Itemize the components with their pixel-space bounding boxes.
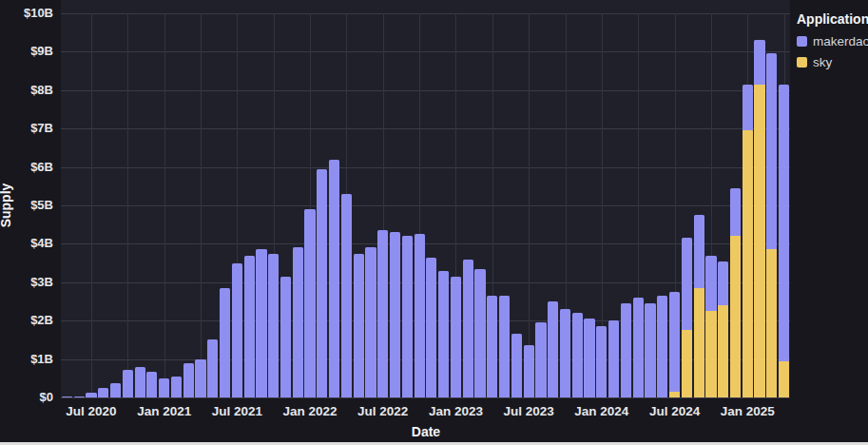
bar-segment-makerdao[interactable] bbox=[293, 247, 303, 397]
bar-nov-2020[interactable] bbox=[135, 367, 145, 397]
bar-segment-makerdao[interactable] bbox=[171, 377, 182, 397]
bar-may-2024[interactable] bbox=[645, 303, 655, 397]
bar-nov-2024[interactable] bbox=[718, 261, 728, 397]
bar-segment-makerdao[interactable] bbox=[451, 277, 461, 397]
bar-segment-makerdao[interactable] bbox=[232, 263, 242, 397]
bar-aug-2024[interactable] bbox=[682, 238, 692, 397]
bar-feb-2024[interactable] bbox=[608, 320, 619, 397]
bar-segment-sky[interactable] bbox=[694, 288, 704, 397]
bar-jan-2023[interactable] bbox=[451, 277, 461, 397]
bar-aug-2023[interactable] bbox=[535, 322, 546, 397]
bar-segment-makerdao[interactable] bbox=[743, 85, 753, 130]
bar-segment-makerdao[interactable] bbox=[694, 215, 704, 288]
bar-segment-makerdao[interactable] bbox=[608, 320, 619, 397]
bar-sep-2021[interactable] bbox=[256, 249, 266, 397]
bar-segment-sky[interactable] bbox=[766, 249, 777, 397]
bar-segment-makerdao[interactable] bbox=[657, 296, 667, 397]
bar-segment-makerdao[interactable] bbox=[474, 269, 485, 397]
bar-may-2022[interactable] bbox=[354, 254, 364, 398]
bar-jul-2022[interactable] bbox=[377, 230, 388, 397]
bar-segment-makerdao[interactable] bbox=[256, 249, 266, 397]
bar-may-2021[interactable] bbox=[207, 339, 218, 397]
bar-jul-2020[interactable] bbox=[86, 393, 96, 397]
bar-jan-2024[interactable] bbox=[596, 326, 607, 397]
bar-apr-2021[interactable] bbox=[195, 359, 205, 397]
bar-apr-2024[interactable] bbox=[633, 298, 644, 397]
bar-feb-2023[interactable] bbox=[463, 260, 473, 397]
bar-segment-makerdao[interactable] bbox=[329, 160, 339, 397]
bar-feb-2022[interactable] bbox=[317, 169, 327, 397]
bar-oct-2023[interactable] bbox=[560, 309, 570, 397]
bar-apr-2023[interactable] bbox=[487, 296, 497, 397]
bar-segment-makerdao[interactable] bbox=[244, 256, 255, 397]
bar-nov-2021[interactable] bbox=[280, 277, 291, 397]
bar-mar-2021[interactable] bbox=[183, 363, 194, 397]
bar-may-2020[interactable] bbox=[62, 397, 72, 397]
bar-segment-makerdao[interactable] bbox=[584, 319, 594, 397]
bar-segment-makerdao[interactable] bbox=[110, 383, 121, 397]
bar-sep-2024[interactable] bbox=[694, 215, 704, 397]
bar-segment-makerdao[interactable] bbox=[280, 277, 291, 397]
bar-mar-2024[interactable] bbox=[621, 303, 631, 397]
bar-segment-makerdao[interactable] bbox=[511, 334, 522, 397]
bar-sep-2020[interactable] bbox=[110, 383, 121, 397]
bar-segment-makerdao[interactable] bbox=[524, 345, 534, 397]
bar-aug-2021[interactable] bbox=[244, 256, 255, 397]
bar-segment-makerdao[interactable] bbox=[317, 169, 327, 397]
bar-segment-makerdao[interactable] bbox=[220, 288, 230, 397]
legend-item-sky[interactable]: sky bbox=[797, 55, 868, 69]
bar-segment-makerdao[interactable] bbox=[754, 40, 764, 84]
bar-segment-makerdao[interactable] bbox=[86, 393, 96, 397]
bar-segment-makerdao[interactable] bbox=[74, 397, 85, 397]
bar-mar-2025[interactable] bbox=[766, 53, 777, 397]
bar-oct-2020[interactable] bbox=[123, 370, 133, 397]
bar-jun-2020[interactable] bbox=[74, 397, 85, 397]
bar-segment-sky[interactable] bbox=[779, 361, 789, 397]
bar-jul-2024[interactable] bbox=[669, 292, 680, 397]
bar-segment-makerdao[interactable] bbox=[766, 53, 777, 249]
bar-feb-2021[interactable] bbox=[171, 377, 182, 397]
bar-segment-sky[interactable] bbox=[730, 236, 741, 397]
bar-sep-2022[interactable] bbox=[402, 236, 413, 397]
bar-segment-makerdao[interactable] bbox=[402, 236, 413, 397]
bar-segment-makerdao[interactable] bbox=[354, 254, 364, 398]
bar-oct-2024[interactable] bbox=[705, 256, 716, 397]
bar-jun-2023[interactable] bbox=[511, 334, 522, 397]
bar-feb-2025[interactable] bbox=[754, 40, 764, 397]
bar-segment-makerdao[interactable] bbox=[123, 370, 133, 397]
bar-segment-makerdao[interactable] bbox=[268, 254, 279, 398]
bar-jul-2023[interactable] bbox=[524, 345, 534, 397]
bar-segment-makerdao[interactable] bbox=[463, 260, 473, 397]
bar-segment-makerdao[interactable] bbox=[535, 322, 546, 397]
legend-item-makerdao[interactable]: makerdao bbox=[797, 34, 868, 48]
bar-segment-makerdao[interactable] bbox=[135, 367, 145, 397]
bar-dec-2023[interactable] bbox=[584, 319, 594, 397]
bar-oct-2021[interactable] bbox=[268, 254, 279, 398]
bar-segment-makerdao[interactable] bbox=[426, 258, 436, 397]
bar-mar-2023[interactable] bbox=[474, 269, 485, 397]
bar-segment-makerdao[interactable] bbox=[390, 232, 400, 397]
bar-segment-makerdao[interactable] bbox=[779, 85, 789, 361]
bar-segment-makerdao[interactable] bbox=[718, 261, 728, 305]
bar-segment-makerdao[interactable] bbox=[195, 359, 205, 397]
bar-segment-makerdao[interactable] bbox=[183, 363, 194, 397]
bar-segment-makerdao[interactable] bbox=[146, 372, 157, 397]
bar-segment-makerdao[interactable] bbox=[377, 230, 388, 397]
bar-segment-makerdao[interactable] bbox=[499, 296, 510, 397]
bar-segment-makerdao[interactable] bbox=[560, 309, 570, 397]
bar-segment-makerdao[interactable] bbox=[62, 397, 72, 397]
bar-sep-2023[interactable] bbox=[548, 301, 558, 397]
bar-segment-makerdao[interactable] bbox=[705, 256, 716, 312]
bar-segment-sky[interactable] bbox=[754, 85, 764, 397]
bar-segment-makerdao[interactable] bbox=[682, 238, 692, 330]
bar-segment-makerdao[interactable] bbox=[572, 313, 583, 397]
bar-aug-2022[interactable] bbox=[390, 232, 400, 397]
bar-segment-makerdao[interactable] bbox=[487, 296, 497, 397]
bar-nov-2022[interactable] bbox=[426, 258, 436, 397]
bar-segment-makerdao[interactable] bbox=[415, 234, 425, 397]
bar-segment-sky[interactable] bbox=[705, 311, 716, 397]
bar-segment-makerdao[interactable] bbox=[341, 194, 352, 397]
bar-segment-makerdao[interactable] bbox=[633, 298, 644, 397]
bar-segment-sky[interactable] bbox=[669, 392, 680, 397]
bar-segment-sky[interactable] bbox=[743, 130, 753, 397]
